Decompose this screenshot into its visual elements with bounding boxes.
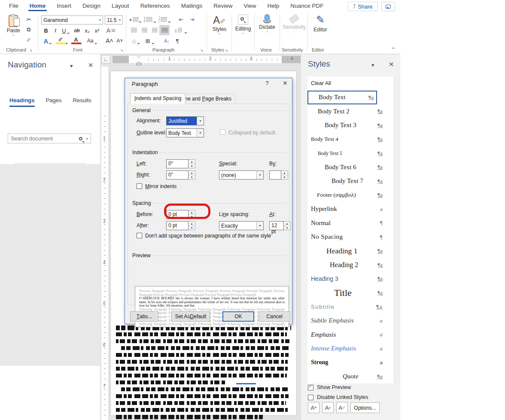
paste-button[interactable]: Paste ⌄ bbox=[4, 14, 22, 36]
styles-dialog-launcher[interactable]: ↘ bbox=[225, 48, 228, 52]
style-item-body-text-2[interactable]: Body Text 2¶a bbox=[307, 104, 394, 119]
set-as-default-button[interactable]: Set As Default bbox=[171, 311, 210, 322]
style-item-no-spacing[interactable]: No Spacing¶ bbox=[307, 230, 394, 244]
style-item-strong[interactable]: Stronga bbox=[307, 356, 394, 370]
ribbon-tab-review[interactable]: Review bbox=[208, 0, 238, 11]
bold-button[interactable]: B bbox=[41, 26, 51, 35]
align-left-button[interactable] bbox=[129, 26, 139, 34]
format-painter-button[interactable]: ✐ bbox=[24, 36, 33, 44]
show-marks-button[interactable]: ¶ bbox=[173, 37, 182, 45]
dialog-close-button[interactable]: ✕ bbox=[280, 80, 291, 88]
font-color-dropdown[interactable]: ⌄ bbox=[79, 38, 83, 47]
ribbon-tab-file[interactable]: File bbox=[3, 0, 24, 11]
style-item-footer[interactable]: Footer (σψμβολ)¶a bbox=[307, 188, 394, 202]
ribbon-tab-view[interactable]: View bbox=[238, 0, 262, 11]
navigation-close-icon[interactable]: ✕ bbox=[88, 61, 94, 69]
cut-button[interactable]: ✂ bbox=[24, 15, 33, 24]
italic-button[interactable]: I bbox=[51, 26, 60, 35]
styles-pane-menu-chevron[interactable]: ▾ bbox=[371, 62, 374, 68]
strikethrough-button[interactable]: ab bbox=[72, 26, 82, 35]
numbering-button[interactable]: 12 bbox=[143, 15, 153, 24]
spin-up-icon[interactable]: ▲ bbox=[189, 171, 195, 175]
clipboard-dialog-launcher[interactable]: ↘ bbox=[29, 48, 33, 52]
styles-button[interactable]: A✐ Styles ⌄ bbox=[209, 14, 230, 35]
editing-button[interactable]: Editing ⌄ bbox=[233, 14, 253, 34]
ribbon-tab-insert[interactable]: Insert bbox=[51, 0, 77, 11]
style-item-subtitle[interactable]: Subtitle¶a bbox=[307, 300, 394, 314]
text-effects-dropdown[interactable]: ⌄ bbox=[48, 38, 52, 47]
indent-right-spinner[interactable]: 0"▲▼ bbox=[166, 170, 195, 180]
ribbon-tab-mailings[interactable]: Mailings bbox=[176, 0, 208, 11]
special-combobox[interactable]: (none)▾ bbox=[219, 170, 264, 180]
tabs-button[interactable]: Tabs... bbox=[130, 311, 158, 322]
style-item-body-text-3[interactable]: Body Text 3¶a bbox=[307, 119, 394, 133]
spin-up-icon[interactable]: ▲ bbox=[189, 160, 195, 164]
horizontal-ruler[interactable]: 1234 bbox=[113, 56, 301, 63]
justify-button[interactable] bbox=[159, 25, 170, 35]
style-item-hyperlink[interactable]: Hyperlinka bbox=[307, 202, 394, 216]
by-spinner[interactable]: ▲▼ bbox=[269, 170, 288, 180]
subscript-button[interactable]: x₂ bbox=[82, 26, 92, 35]
spin-down-icon[interactable]: ▼ bbox=[281, 175, 288, 179]
line-spacing-dropdown[interactable]: ⌄ bbox=[184, 27, 188, 36]
style-item-emphasis[interactable]: Emphasisa bbox=[307, 328, 394, 342]
style-item-body-text-4[interactable]: Body Text 4¶a bbox=[307, 132, 394, 146]
align-right-button[interactable] bbox=[150, 26, 159, 34]
search-options-chevron[interactable]: ▾ bbox=[86, 137, 88, 141]
share-button[interactable]: ⤴Share bbox=[348, 2, 378, 11]
manage-styles-button[interactable]: A✓ bbox=[336, 402, 348, 413]
borders-dropdown[interactable]: ⌄ bbox=[151, 38, 155, 47]
same-style-checkbox[interactable] bbox=[137, 233, 142, 238]
search-icon[interactable] bbox=[79, 137, 82, 140]
ribbon-tab-nuance-pdf[interactable]: Nuance PDF bbox=[285, 0, 329, 11]
style-item-intense-emphasis[interactable]: Intense Emphasisa bbox=[307, 342, 394, 356]
clear-formatting-button[interactable]: A⌫ bbox=[106, 26, 116, 35]
spin-up-icon[interactable]: ▲ bbox=[284, 222, 290, 226]
ribbon-tab-help[interactable]: Help bbox=[262, 0, 285, 11]
collapse-ribbon-button[interactable]: ⌃ bbox=[389, 45, 398, 54]
increase-indent-button[interactable]: ⇥ bbox=[187, 15, 197, 24]
style-item-quote[interactable]: Quote¶a bbox=[307, 370, 394, 384]
editor-button[interactable]: ✎ Editor bbox=[309, 14, 332, 33]
ribbon-tab-layout[interactable]: Layout bbox=[106, 0, 135, 11]
style-item-body-text[interactable]: Body Text¶a bbox=[307, 91, 377, 105]
ribbon-tab-references[interactable]: References bbox=[135, 0, 176, 11]
style-item-heading-2[interactable]: Heading 2¶a bbox=[307, 258, 394, 272]
decrease-indent-button[interactable]: ⇤ bbox=[176, 15, 186, 24]
shading-dropdown[interactable]: ⌄ bbox=[137, 38, 140, 47]
editing-dropdown[interactable]: ⌄ bbox=[233, 32, 253, 34]
style-inspector-button[interactable]: A⌕ bbox=[322, 402, 334, 413]
style-item-subtle-emphasis[interactable]: Subtle Emphasisa bbox=[307, 314, 394, 328]
indent-left-spinner[interactable]: 0"▲▼ bbox=[166, 159, 195, 168]
dictate-dropdown[interactable]: ⌄ bbox=[256, 30, 278, 33]
disable-linked-styles-checkbox[interactable] bbox=[308, 395, 313, 400]
style-item-body-text-6[interactable]: Body Text 6¶a bbox=[307, 160, 394, 174]
sort-button[interactable]: A↓ bbox=[162, 37, 171, 45]
cancel-button[interactable]: Cancel bbox=[259, 311, 290, 322]
spin-down-icon[interactable]: ▼ bbox=[189, 175, 195, 179]
style-item-clear-all[interactable]: Clear All bbox=[307, 76, 394, 91]
bullets-dropdown[interactable]: ⌄ bbox=[138, 17, 142, 25]
after-spinner[interactable]: 0 pt▲▼ bbox=[166, 221, 195, 230]
nav-tab-headings[interactable]: Headings bbox=[9, 95, 35, 105]
bullets-button[interactable]: ● bbox=[129, 15, 139, 24]
show-preview-checkbox[interactable] bbox=[308, 385, 313, 390]
navigation-menu-chevron[interactable]: ▾ bbox=[70, 63, 73, 69]
spin-up-icon[interactable]: ▲ bbox=[281, 171, 288, 175]
dialog-help-button[interactable]: ? bbox=[262, 80, 273, 88]
show-preview-row[interactable]: Show Preview bbox=[308, 384, 351, 390]
multilevel-list-button[interactable]: 1ai bbox=[158, 15, 167, 24]
style-item-normal[interactable]: Normal¶ bbox=[307, 216, 394, 230]
style-item-title[interactable]: Title¶a bbox=[307, 286, 394, 300]
grow-font-button[interactable]: A˄ bbox=[105, 37, 114, 45]
styles-pane-close-icon[interactable]: ✕ bbox=[389, 61, 394, 68]
style-item-heading-1[interactable]: Heading 1¶a bbox=[307, 244, 394, 258]
paragraph-dialog[interactable]: Paragraph ? ✕ Indents and Spacing Line a… bbox=[125, 78, 292, 324]
mirror-indents-checkbox[interactable] bbox=[137, 183, 142, 189]
styles-list-scrollbar[interactable] bbox=[394, 76, 400, 383]
copy-button[interactable]: ⧉ bbox=[24, 25, 33, 34]
options-button[interactable]: Options... bbox=[350, 402, 380, 413]
line-spacing-button[interactable]: ↕ bbox=[173, 26, 183, 34]
change-case-dropdown[interactable]: ⌄ bbox=[94, 38, 98, 47]
new-style-button[interactable]: A+ bbox=[308, 402, 319, 413]
